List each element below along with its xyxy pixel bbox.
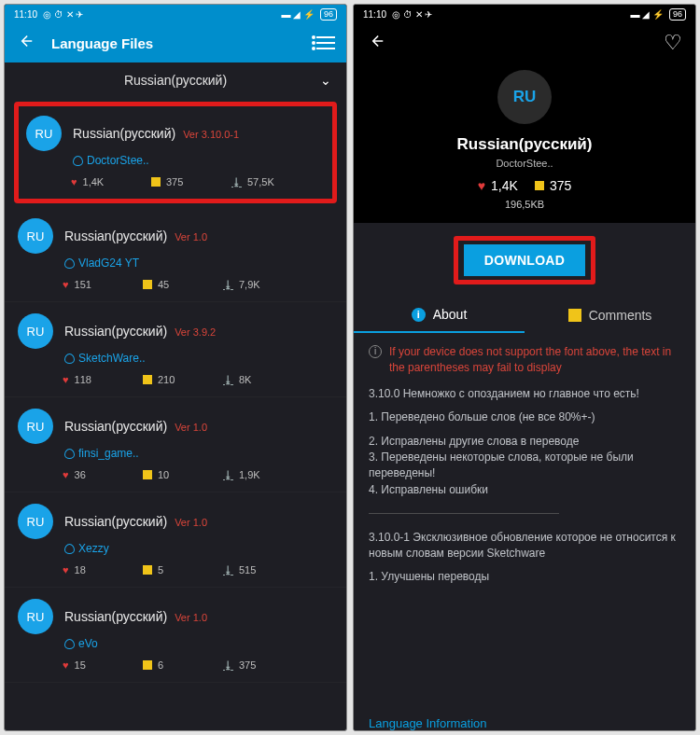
- downloads-count: 57,5K: [247, 176, 274, 187]
- language-name: Russian(русский): [64, 229, 167, 243]
- view-list-icon[interactable]: [316, 36, 335, 49]
- language-stats: ♥156⭳375: [63, 659, 333, 680]
- about-line: 1. Улучшены переводы: [369, 569, 680, 585]
- language-name: Russian(русский): [64, 324, 167, 339]
- about-line: 3.10.0-1 Эксклюзивное обновление которое…: [369, 530, 680, 562]
- likes-count: 18: [75, 564, 86, 576]
- heart-icon: ♥: [63, 469, 69, 480]
- status-signal: ▬ ◢ ⚡: [281, 9, 315, 20]
- language-item[interactable]: RURussian(русский)Ver 1.0VladG24 YT♥1514…: [5, 207, 346, 302]
- status-icons: ◎ ⏱ ✕ ✈: [43, 9, 83, 20]
- app-bar: Language Files: [5, 23, 346, 62]
- download-icon: ⭳: [223, 374, 233, 385]
- heart-icon: ♥: [63, 279, 69, 290]
- language-version: Ver 1.0: [175, 422, 207, 433]
- detail-header: RU Russian(русский) DoctorStee.. ♥ 1,4K …: [354, 62, 695, 223]
- downloads-count: 375: [239, 659, 256, 671]
- language-stats: ♥15145⭳7,9K: [63, 279, 333, 299]
- comments-count: 45: [158, 279, 169, 290]
- language-name: Russian(русский): [354, 135, 695, 154]
- language-item[interactable]: RURussian(русский)Ver 3.10.0-1DoctorStee…: [14, 102, 337, 203]
- language-stats: ♥3610⭳1,9K: [63, 469, 333, 490]
- comment-icon: [535, 181, 544, 190]
- language-filter-label: Russian(русский): [124, 73, 227, 88]
- page-title: Language Files: [51, 35, 300, 51]
- language-stats: ♥1,4K375⭳57,5K: [71, 176, 325, 197]
- language-author[interactable]: eVo: [64, 637, 333, 650]
- download-icon: ⭳: [223, 659, 233, 671]
- comment-icon: [143, 280, 152, 289]
- language-version: Ver 3.10.0-1: [183, 129, 239, 140]
- status-bar: 11:10 ◎ ⏱ ✕ ✈ ▬ ◢ ⚡ 96: [5, 5, 346, 23]
- detail-stats: ♥ 1,4K 375: [354, 178, 695, 193]
- comments-count: 375: [550, 178, 571, 193]
- language-author[interactable]: VladG24 YT: [64, 257, 333, 270]
- comments-count: 6: [158, 659, 163, 671]
- info-icon: i: [412, 308, 426, 322]
- comment-icon: [151, 177, 161, 187]
- language-version: Ver 3.9.2: [175, 326, 216, 338]
- back-button[interactable]: [367, 32, 385, 54]
- language-avatar: RU: [26, 116, 62, 151]
- status-bar: 11:10 ◎ ⏱ ✕ ✈ ▬ ◢ ⚡ 96: [354, 5, 695, 23]
- comment-icon: [143, 565, 152, 575]
- file-size: 196,5KB: [354, 199, 695, 210]
- language-version: Ver 1.0: [175, 612, 207, 623]
- comments-count: 10: [158, 469, 169, 480]
- phone-left: 11:10 ◎ ⏱ ✕ ✈ ▬ ◢ ⚡ 96 Language Files Ru…: [4, 4, 347, 731]
- tab-about[interactable]: i About: [354, 298, 525, 333]
- likes-count: 1,4K: [491, 178, 518, 193]
- heart-icon: ♥: [478, 178, 485, 193]
- language-author[interactable]: finsi_game..: [64, 447, 333, 460]
- language-item[interactable]: RURussian(русский)Ver 1.0Xezzy♥185⭳515: [5, 492, 346, 588]
- comments-count: 375: [166, 176, 183, 187]
- comments-count: 5: [158, 564, 163, 576]
- language-information-link[interactable]: Language Information: [354, 713, 695, 730]
- download-icon: ⭳: [223, 469, 233, 480]
- likes-count: 15: [75, 659, 86, 671]
- about-line: 4. Исправлены ошибки: [369, 482, 680, 498]
- language-name: Russian(русский): [64, 609, 167, 624]
- status-battery: 96: [669, 8, 686, 21]
- detail-tabs: i About Comments: [354, 298, 695, 333]
- language-filter[interactable]: Russian(русский) ⌄: [5, 62, 346, 98]
- language-author[interactable]: Xezzy: [64, 542, 333, 555]
- download-button[interactable]: DOWNLOAD: [464, 244, 585, 276]
- heart-icon: ♥: [63, 659, 69, 671]
- language-version: Ver 1.0: [175, 231, 207, 243]
- download-icon: ⭳: [231, 176, 242, 187]
- language-author[interactable]: DoctorStee..: [354, 158, 695, 169]
- language-item[interactable]: RURussian(русский)Ver 3.9.2SketchWare..♥…: [5, 302, 346, 397]
- likes-count: 36: [75, 469, 86, 480]
- about-line: 3.10.0 Немножко с опозданием но главное …: [369, 386, 680, 402]
- language-avatar: RU: [18, 504, 53, 539]
- about-line: 3. Переведены некоторые слова, которые н…: [369, 450, 680, 482]
- language-avatar: RU: [497, 70, 552, 124]
- language-author[interactable]: SketchWare..: [64, 352, 333, 365]
- language-avatar: RU: [18, 218, 53, 254]
- tab-comments[interactable]: Comments: [525, 298, 695, 333]
- about-line: 2. Исправлены другие слова в переводе: [369, 434, 680, 450]
- phone-right: 11:10 ◎ ⏱ ✕ ✈ ▬ ◢ ⚡ 96 ♡ RU Russian(русс…: [353, 4, 696, 731]
- language-author[interactable]: DoctorStee..: [73, 154, 325, 167]
- downloads-count: 7,9K: [239, 279, 260, 290]
- language-name: Russian(русский): [64, 419, 167, 434]
- likes-count: 1,4K: [83, 176, 105, 187]
- likes-count: 118: [75, 374, 91, 385]
- status-time: 11:10: [363, 9, 386, 20]
- back-button[interactable]: [16, 32, 35, 54]
- about-line: 1. Переведено больше слов (не все 80%+-): [369, 409, 680, 425]
- heart-icon: ♥: [63, 374, 69, 385]
- status-time: 11:10: [14, 9, 37, 20]
- highlight-frame: DOWNLOAD: [454, 236, 595, 284]
- separator: —————————————————: [369, 506, 680, 521]
- comment-icon: [143, 470, 152, 479]
- favorite-button[interactable]: ♡: [664, 31, 682, 55]
- language-version: Ver 1.0: [175, 517, 207, 528]
- language-item[interactable]: RURussian(русский)Ver 1.0finsi_game..♥36…: [5, 397, 346, 492]
- download-icon: ⭳: [223, 279, 233, 290]
- heart-icon: ♥: [71, 176, 77, 187]
- language-item[interactable]: RURussian(русский)Ver 1.0eVo♥156⭳375: [5, 588, 346, 683]
- comment-icon: [143, 375, 152, 384]
- downloads-count: 515: [239, 564, 256, 576]
